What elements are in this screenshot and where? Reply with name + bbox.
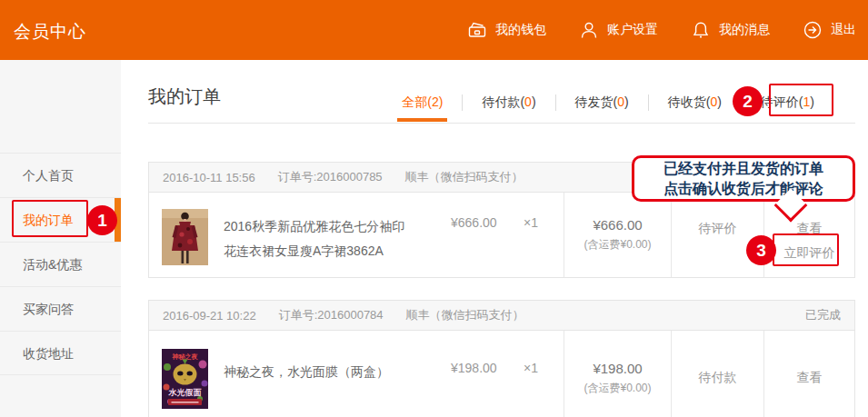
tab-label: 待评价 [761,94,799,109]
sidebar-item-promotions[interactable]: 活动&优惠 [0,242,121,286]
order-header: 2016-10-11 15:56 订单号:2016000785 顺丰（微信扫码支… [149,163,854,193]
product-title-line2: 花连衣裙女显瘦A字裙3862A [224,239,442,263]
main-content: 我的订单 全部(2) 待付款(0) 待发货(0) 待收货(0) 待评价(1) 2… [121,60,868,417]
sidebar-item-my-orders[interactable]: 我的订单 [0,197,121,242]
tab-count: 0 [617,94,624,109]
tab-pending-review[interactable]: 待评价(1) [742,84,833,122]
product-title-line1: 神秘之夜，水光面膜（两盒） [224,360,442,384]
order-freight: (含运费¥0.00) [564,237,671,253]
tab-paren: ) [532,94,536,109]
order-card: 2016-10-11 15:56 订单号:2016000785 顺丰（微信扫码支… [148,162,855,278]
order-datetime: 2016-09-21 10:22 [163,309,256,323]
svg-text:水光假面: 水光假面 [168,388,202,397]
order-status: 待评价 [699,221,737,235]
tab-pending-shipment[interactable]: 待发货(0) [556,84,648,122]
tab-paren: ) [439,94,444,109]
sidebar: 个人首页 我的订单 活动&优惠 买家问答 收货地址 [0,60,121,417]
logout-button[interactable]: 退出 [803,20,856,40]
product-title[interactable]: 神秘之夜，水光面膜（两盒） [224,360,442,384]
order-body: 2016秋季新品优雅花色七分袖印 花连衣裙女显瘦A字裙3862A ¥666.00… [149,193,854,277]
tab-paren: ) [624,94,629,109]
bell-icon [691,20,711,40]
tab-pending-payment[interactable]: 待付款(0) [463,84,554,122]
order-status: 待付款 [699,370,737,384]
sidebar-item-label: 个人首页 [23,168,74,183]
tab-all[interactable]: 全部(2) [383,84,462,122]
tab-pending-receipt[interactable]: 待收货(0) [649,84,741,122]
view-order-link[interactable]: 查看 [764,221,854,237]
order-number: 订单号:2016000784 [279,307,384,323]
account-settings-label: 账户设置 [607,22,658,38]
product-quantity: ×1 [524,361,538,375]
order-header-status: 已完成 [805,307,841,323]
my-wallet-button[interactable]: 我的钱包 [467,20,546,40]
tab-paren: ) [810,94,814,109]
sidebar-item-label: 收货地址 [23,346,74,361]
sidebar-item-buyer-qa[interactable]: 买家问答 [0,286,121,331]
order-shipping-payment: 顺丰（微信扫码支付） [406,307,524,323]
product-image-mask[interactable]: 神秘之夜 水光假面 [162,349,208,412]
order-status-cell: 待评价 [671,193,763,277]
logout-label: 退出 [831,22,856,38]
tab-count: 0 [524,94,532,109]
tab-label: 待发货 [575,94,614,109]
order-datetime: 2016-10-11 15:56 [163,171,255,184]
logout-icon [803,20,823,40]
app-header: 会员中心 我的钱包 账户设置 [0,0,868,60]
tab-label: 全部 [402,94,427,109]
tab-label: 待收货 [668,94,706,109]
order-action-cell: 查看 [763,331,854,417]
sidebar-item-label: 我的订单 [23,213,74,227]
product-quantity: ×1 [524,215,538,230]
product-title[interactable]: 2016秋季新品优雅花色七分袖印 花连衣裙女显瘦A字裙3862A [224,214,442,263]
tab-label: 待付款 [482,94,520,109]
order-total: ¥198.00 [564,361,671,376]
header-nav: 我的钱包 账户设置 我的消息 [467,0,856,60]
product-cell: 神秘之夜 水光假面 神秘之夜，水光面膜（两盒） ¥198.0 [149,331,564,417]
order-freight: (含运费¥0.00) [564,381,671,396]
review-now-link[interactable]: 立即评价 [764,245,854,262]
tab-paren: ) [717,94,722,109]
sidebar-menu: 个人首页 我的订单 活动&优惠 买家问答 收货地址 [0,153,121,375]
order-total-cell: ¥198.00 (含运费¥0.00) [564,331,671,417]
tab-count: 2 [432,94,439,109]
app-title: 会员中心 [14,20,86,44]
account-settings-button[interactable]: 账户设置 [579,20,658,40]
sidebar-item-home[interactable]: 个人首页 [0,153,121,197]
view-order-link[interactable]: 查看 [764,370,854,386]
sidebar-item-label: 活动&优惠 [23,257,82,272]
order-status-cell: 待付款 [671,331,763,417]
product-image-dress[interactable] [162,209,208,269]
wallet-icon [467,20,487,40]
page-title: 我的订单 [148,84,221,109]
active-indicator [115,198,121,242]
order-card: 2016-09-21 10:22 订单号:2016000784 顺丰（微信扫码支… [148,300,855,417]
sidebar-item-label: 买家问答 [23,302,74,316]
product-price: ¥198.00 [451,361,497,375]
order-number: 订单号:2016000785 [278,169,383,185]
product-title-line1: 2016秋季新品优雅花色七分袖印 [224,214,442,239]
my-wallet-label: 我的钱包 [495,22,546,38]
user-icon [579,20,599,40]
my-messages-button[interactable]: 我的消息 [691,20,770,40]
order-body: 神秘之夜 水光假面 神秘之夜，水光面膜（两盒） ¥198.0 [149,331,854,417]
product-price: ¥666.00 [451,215,497,230]
sidebar-item-shipping-address[interactable]: 收货地址 [0,331,121,375]
order-tabs: 全部(2) 待付款(0) 待发货(0) 待收货(0) 待评价(1) [383,84,833,122]
order-shipping-payment: 顺丰（微信扫码支付） [405,169,524,185]
order-header: 2016-09-21 10:22 订单号:2016000784 顺丰（微信扫码支… [149,301,854,331]
title-divider [148,123,855,124]
my-messages-label: 我的消息 [719,22,770,38]
order-total-cell: ¥666.00 (含运费¥0.00) [564,193,671,277]
order-action-cell: 查看 立即评价 [763,193,854,277]
product-cell: 2016秋季新品优雅花色七分袖印 花连衣裙女显瘦A字裙3862A ¥666.00… [149,193,564,277]
order-total: ¥666.00 [564,217,671,233]
